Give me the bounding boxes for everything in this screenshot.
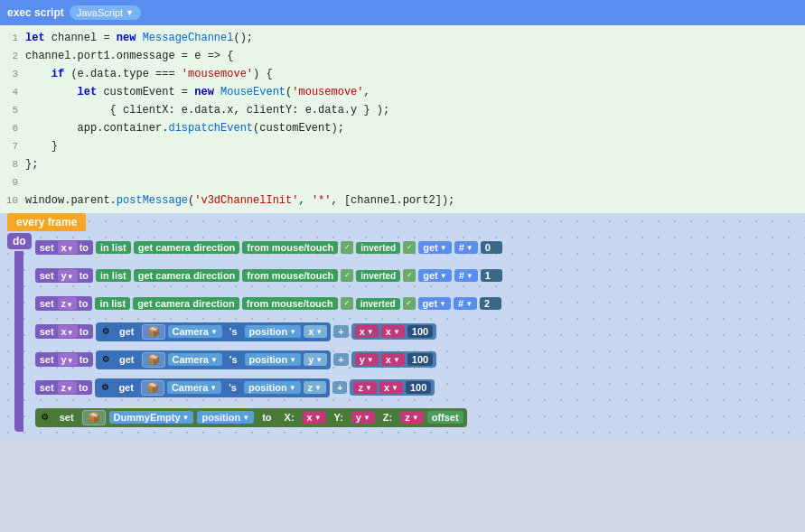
get-camera-pos-z-container: ⚙ get 📦 Camera 's position z (95, 378, 330, 397)
z-mult-dropdown-1[interactable]: x (379, 381, 403, 394)
y-final-dropdown[interactable]: y (351, 411, 375, 424)
gear-icon-2: ⚙ (99, 353, 112, 366)
position-dropdown-2[interactable]: position (245, 353, 302, 366)
x-mult-dropdown-1[interactable]: x (381, 325, 405, 338)
hash-dropdown-1[interactable]: # (454, 241, 478, 254)
code-line-7: 7 } (0, 137, 805, 155)
code-section: exec script JavaScript 1 let channel = n… (0, 0, 805, 213)
inverted-label-3: inverted (356, 298, 400, 310)
x-final-dropdown[interactable]: x (303, 411, 326, 424)
y-mult-dropdown-1[interactable]: x (381, 353, 405, 366)
position-dropdown-3[interactable]: position (244, 381, 301, 394)
line-num-2: 2 (0, 48, 25, 64)
exec-script-bar: exec script JavaScript (0, 0, 805, 25)
position-dropdown-final[interactable]: position (197, 411, 254, 424)
val-100-3: 100 (406, 381, 431, 394)
z-var-dropdown-1[interactable]: z (353, 381, 376, 394)
line-content-5: { clientX: e.data.x, clientY: e.data.y }… (25, 102, 389, 118)
line-content-4: let customEvent = new MouseEvent('mousem… (25, 84, 370, 100)
get-dropdown-2[interactable]: get (418, 269, 451, 282)
block-row-set-y-list: set y to in list get camera direction fr… (35, 263, 502, 288)
z-times-100-container: z x 100 (350, 379, 435, 396)
plus-3: + (332, 381, 347, 394)
code-line-4: 4 let customEvent = new MouseEvent('mous… (0, 83, 805, 101)
line-content-1: let channel = new MessageChannel(); (25, 30, 253, 46)
axis-z-dropdown-3[interactable]: z (304, 381, 326, 394)
line-num-10: 10 (0, 192, 25, 209)
camera-dropdown-2[interactable]: Camera (168, 353, 222, 366)
y-colon-label: Y: (330, 411, 348, 424)
line-num-4: 4 (0, 84, 25, 100)
y-var-dropdown-1[interactable]: y (355, 353, 379, 366)
checkmark-inv-2[interactable]: ✓ (403, 269, 416, 282)
line-content-2: channel.port1.onmessage = e => { (25, 48, 233, 64)
get-camera-pos-x-container: ⚙ get 📦 Camera 's position x (96, 322, 331, 341)
get-dropdown-3[interactable]: get (418, 297, 451, 310)
checkmark-3[interactable]: ✓ (341, 297, 353, 310)
hash-dropdown-3[interactable]: # (454, 297, 477, 310)
dummy-empty-dropdown[interactable]: DummyEmpty (109, 411, 194, 424)
set-x2-block[interactable]: set x to (35, 324, 93, 339)
position-dropdown-1[interactable]: position (245, 325, 302, 338)
language-badge[interactable]: JavaScript (70, 5, 141, 20)
x-var-dropdown-1[interactable]: x (355, 325, 379, 338)
line-content-6: app.container.dispatchEvent(customEvent)… (25, 120, 344, 136)
get-dropdown-1[interactable]: get (418, 241, 451, 254)
get-camera-direction-block-2: get camera direction (134, 269, 240, 282)
checkmark-1[interactable]: ✓ (341, 241, 353, 254)
apostrophe-s-3: 's (224, 381, 241, 394)
code-line-10: 10 window.parent.postMessage('v3dChannel… (0, 191, 805, 210)
gear-icon-3: ⚙ (98, 381, 111, 394)
line-content-7: } (25, 138, 58, 154)
set-z2-block[interactable]: set z to (35, 380, 93, 395)
block-row-set-z-pos: set z to ⚙ get 📦 Camera 's position z + … (35, 375, 502, 400)
get-camera-pos-y-container: ⚙ get 📦 Camera 's position y (96, 350, 331, 369)
axis-x-dropdown-1[interactable]: x (304, 325, 327, 338)
set-y-block[interactable]: set y to (35, 268, 93, 283)
hash-dropdown-2[interactable]: # (454, 269, 478, 282)
code-line-8: 8 }; (0, 155, 805, 173)
in-list-block-2[interactable]: in list (96, 269, 131, 282)
final-set-container: ⚙ set 📦 DummyEmpty position to X: x Y: y… (35, 408, 467, 427)
line-content-8: }; (25, 156, 38, 173)
from-mouse-touch-block-2: from mouse/touch (242, 269, 338, 282)
exec-script-label: exec script (7, 6, 64, 19)
inverted-label-2: inverted (356, 270, 400, 282)
block-row-set-y-pos: set y to ⚙ get 📦 Camera 's position y + … (35, 347, 502, 372)
code-line-6: 6 app.container.dispatchEvent(customEven… (0, 119, 805, 137)
in-list-block-3[interactable]: in list (95, 297, 130, 310)
z-final-dropdown[interactable]: z (400, 411, 423, 424)
apostrophe-s-2: 's (225, 353, 242, 366)
checkmark-inv-1[interactable]: ✓ (403, 241, 416, 254)
every-frame-bar[interactable]: every frame (7, 213, 86, 231)
cube-icon-3: 📦 (141, 380, 164, 396)
set-z-block[interactable]: set z to (35, 296, 93, 311)
checkmark-2[interactable]: ✓ (341, 269, 353, 282)
cube-icon-final: 📦 (82, 410, 106, 425)
from-mouse-touch-block-1: from mouse/touch (242, 241, 338, 254)
blocks-section: every frame do set x to in list get came… (0, 213, 805, 439)
code-body: 1 let channel = new MessageChannel(); 2 … (0, 25, 805, 213)
code-line-3: 3 if (e.data.type === 'mousemove') { (0, 65, 805, 83)
get-camera-direction-block-3: get camera direction (133, 297, 239, 310)
axis-y-dropdown-2[interactable]: y (304, 353, 327, 366)
get-label-2: get (115, 353, 139, 366)
index-1: 1 (481, 269, 502, 282)
y-times-100-container: y x 100 (351, 351, 436, 368)
line-num-6: 6 (0, 120, 25, 136)
from-mouse-touch-block-3: from mouse/touch (242, 297, 338, 310)
index-0: 0 (481, 241, 502, 254)
get-camera-direction-block-1: get camera direction (134, 241, 240, 254)
camera-dropdown-3[interactable]: Camera (167, 381, 221, 394)
set-y2-block[interactable]: set y to (35, 352, 93, 367)
gear-icon-1: ⚙ (99, 325, 112, 338)
cube-icon-1: 📦 (142, 324, 165, 340)
checkmark-inv-3[interactable]: ✓ (403, 297, 416, 310)
in-list-block-1[interactable]: in list (96, 241, 131, 254)
set-x-block[interactable]: set x to (35, 240, 93, 255)
line-num-3: 3 (0, 66, 25, 82)
block-row-final: ⚙ set 📦 DummyEmpty position to X: x Y: y… (35, 403, 502, 432)
line-num-9: 9 (0, 174, 25, 191)
block-row-set-z-list: set z to in list get camera direction fr… (35, 291, 502, 316)
camera-dropdown-1[interactable]: Camera (168, 325, 222, 338)
